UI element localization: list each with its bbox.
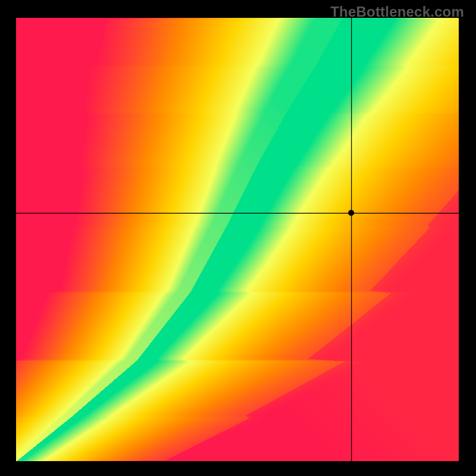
chart-container: TheBottleneck.com — [0, 0, 476, 476]
watermark-text: TheBottleneck.com — [330, 4, 464, 20]
heatmap-canvas — [0, 0, 476, 476]
